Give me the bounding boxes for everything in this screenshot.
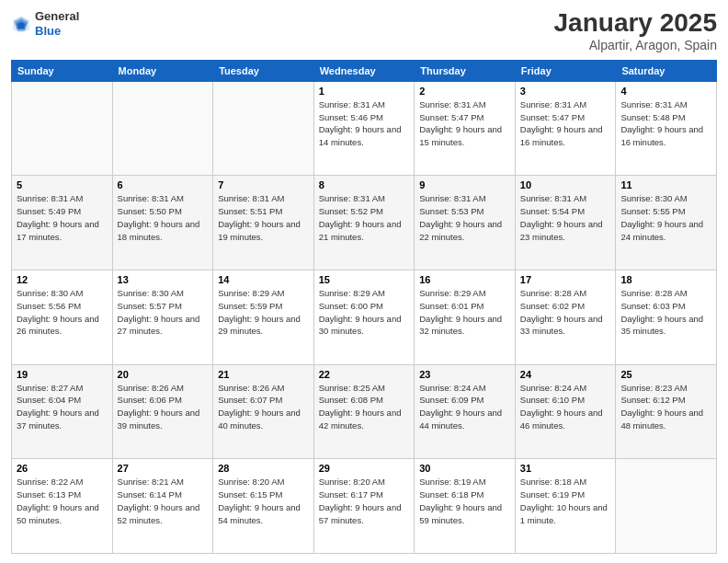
- day-detail: Sunrise: 8:31 AMSunset: 5:51 PMDaylight:…: [218, 192, 309, 243]
- location: Alpartir, Aragon, Spain: [554, 38, 717, 52]
- calendar-cell: 31Sunrise: 8:18 AMSunset: 6:19 PMDayligh…: [515, 459, 616, 554]
- calendar-table: Sunday Monday Tuesday Wednesday Thursday…: [11, 60, 717, 554]
- day-detail: Sunrise: 8:31 AMSunset: 5:52 PMDaylight:…: [319, 192, 410, 243]
- calendar-cell: 5Sunrise: 8:31 AMSunset: 5:49 PMDaylight…: [12, 176, 113, 270]
- calendar-week-3: 12Sunrise: 8:30 AMSunset: 5:56 PMDayligh…: [12, 270, 717, 365]
- day-detail: Sunrise: 8:31 AMSunset: 5:53 PMDaylight:…: [419, 192, 510, 243]
- day-number: 21: [218, 369, 309, 380]
- calendar-cell: 24Sunrise: 8:24 AMSunset: 6:10 PMDayligh…: [515, 364, 616, 459]
- day-number: 23: [419, 369, 510, 380]
- day-number: 18: [620, 274, 711, 285]
- day-detail: Sunrise: 8:21 AMSunset: 6:14 PMDaylight:…: [118, 476, 209, 526]
- day-detail: Sunrise: 8:20 AMSunset: 6:15 PMDaylight:…: [218, 476, 309, 526]
- day-detail: Sunrise: 8:29 AMSunset: 6:01 PMDaylight:…: [419, 287, 510, 338]
- day-detail: Sunrise: 8:28 AMSunset: 6:03 PMDaylight:…: [620, 287, 711, 338]
- calendar-week-1: 1Sunrise: 8:31 AMSunset: 5:46 PMDaylight…: [12, 81, 717, 176]
- calendar-cell: [112, 81, 213, 176]
- calendar-cell: 2Sunrise: 8:31 AMSunset: 5:47 PMDaylight…: [415, 81, 516, 176]
- calendar-header-row: Sunday Monday Tuesday Wednesday Thursday…: [12, 60, 717, 81]
- calendar-cell: 23Sunrise: 8:24 AMSunset: 6:09 PMDayligh…: [415, 364, 516, 459]
- day-detail: Sunrise: 8:30 AMSunset: 5:55 PMDaylight:…: [620, 192, 711, 243]
- day-detail: Sunrise: 8:20 AMSunset: 6:17 PMDaylight:…: [319, 476, 410, 526]
- day-detail: Sunrise: 8:24 AMSunset: 6:09 PMDaylight:…: [419, 382, 510, 432]
- logo-general: General: [35, 9, 79, 24]
- header: General Blue January 2025 Alpartir, Arag…: [11, 9, 717, 52]
- logo-blue: Blue: [35, 24, 79, 39]
- calendar-cell: [213, 81, 314, 176]
- day-number: 31: [520, 463, 611, 474]
- calendar-cell: 27Sunrise: 8:21 AMSunset: 6:14 PMDayligh…: [112, 459, 213, 554]
- calendar-cell: 16Sunrise: 8:29 AMSunset: 6:01 PMDayligh…: [415, 270, 516, 365]
- day-number: 1: [319, 86, 410, 97]
- calendar-week-5: 26Sunrise: 8:22 AMSunset: 6:13 PMDayligh…: [12, 459, 717, 554]
- col-thursday: Thursday: [415, 60, 516, 81]
- calendar-cell: 3Sunrise: 8:31 AMSunset: 5:47 PMDaylight…: [515, 81, 616, 176]
- col-tuesday: Tuesday: [213, 60, 314, 81]
- day-detail: Sunrise: 8:31 AMSunset: 5:49 PMDaylight:…: [17, 192, 108, 243]
- calendar-cell: 17Sunrise: 8:28 AMSunset: 6:02 PMDayligh…: [515, 270, 616, 365]
- day-number: 20: [118, 369, 209, 380]
- col-sunday: Sunday: [12, 60, 113, 81]
- day-detail: Sunrise: 8:29 AMSunset: 6:00 PMDaylight:…: [319, 287, 410, 338]
- calendar-cell: [12, 81, 113, 176]
- calendar-cell: 8Sunrise: 8:31 AMSunset: 5:52 PMDaylight…: [313, 176, 415, 270]
- col-saturday: Saturday: [616, 60, 717, 81]
- calendar-cell: 22Sunrise: 8:25 AMSunset: 6:08 PMDayligh…: [313, 364, 415, 459]
- day-number: 9: [419, 179, 510, 190]
- logo-icon: [11, 14, 31, 34]
- day-number: 10: [520, 179, 611, 190]
- calendar-cell: 9Sunrise: 8:31 AMSunset: 5:53 PMDaylight…: [415, 176, 516, 270]
- logo: General Blue: [11, 9, 79, 38]
- day-number: 27: [118, 463, 209, 474]
- col-friday: Friday: [515, 60, 616, 81]
- day-detail: Sunrise: 8:25 AMSunset: 6:08 PMDaylight:…: [319, 382, 410, 432]
- day-detail: Sunrise: 8:30 AMSunset: 5:57 PMDaylight:…: [118, 287, 209, 338]
- col-monday: Monday: [112, 60, 213, 81]
- day-detail: Sunrise: 8:26 AMSunset: 6:07 PMDaylight:…: [218, 382, 309, 432]
- day-number: 16: [419, 274, 510, 285]
- day-detail: Sunrise: 8:19 AMSunset: 6:18 PMDaylight:…: [419, 476, 510, 526]
- day-number: 30: [419, 463, 510, 474]
- day-detail: Sunrise: 8:31 AMSunset: 5:47 PMDaylight:…: [419, 98, 510, 149]
- calendar-cell: 12Sunrise: 8:30 AMSunset: 5:56 PMDayligh…: [12, 270, 113, 365]
- calendar-cell: 6Sunrise: 8:31 AMSunset: 5:50 PMDaylight…: [112, 176, 213, 270]
- calendar-cell: 25Sunrise: 8:23 AMSunset: 6:12 PMDayligh…: [616, 364, 717, 459]
- calendar-cell: 21Sunrise: 8:26 AMSunset: 6:07 PMDayligh…: [213, 364, 314, 459]
- day-detail: Sunrise: 8:31 AMSunset: 5:46 PMDaylight:…: [319, 98, 410, 149]
- day-number: 11: [620, 179, 711, 190]
- calendar-cell: 28Sunrise: 8:20 AMSunset: 6:15 PMDayligh…: [213, 459, 314, 554]
- calendar-cell: 11Sunrise: 8:30 AMSunset: 5:55 PMDayligh…: [616, 176, 717, 270]
- day-number: 12: [17, 274, 108, 285]
- day-number: 8: [319, 179, 410, 190]
- col-wednesday: Wednesday: [313, 60, 415, 81]
- day-detail: Sunrise: 8:18 AMSunset: 6:19 PMDaylight:…: [520, 476, 611, 526]
- calendar-cell: 29Sunrise: 8:20 AMSunset: 6:17 PMDayligh…: [313, 459, 415, 554]
- day-number: 26: [17, 463, 108, 474]
- day-number: 14: [218, 274, 309, 285]
- day-number: 2: [419, 86, 510, 97]
- day-detail: Sunrise: 8:27 AMSunset: 6:04 PMDaylight:…: [17, 382, 108, 432]
- day-number: 17: [520, 274, 611, 285]
- day-number: 25: [620, 369, 711, 380]
- day-detail: Sunrise: 8:31 AMSunset: 5:48 PMDaylight:…: [620, 98, 711, 149]
- day-number: 22: [319, 369, 410, 380]
- calendar-week-2: 5Sunrise: 8:31 AMSunset: 5:49 PMDaylight…: [12, 176, 717, 270]
- calendar-cell: 26Sunrise: 8:22 AMSunset: 6:13 PMDayligh…: [12, 459, 113, 554]
- calendar-cell: 20Sunrise: 8:26 AMSunset: 6:06 PMDayligh…: [112, 364, 213, 459]
- calendar-cell: 15Sunrise: 8:29 AMSunset: 6:00 PMDayligh…: [313, 270, 415, 365]
- day-number: 4: [620, 86, 711, 97]
- calendar-cell: 19Sunrise: 8:27 AMSunset: 6:04 PMDayligh…: [12, 364, 113, 459]
- calendar-cell: 14Sunrise: 8:29 AMSunset: 5:59 PMDayligh…: [213, 270, 314, 365]
- page: General Blue January 2025 Alpartir, Arag…: [0, 0, 728, 563]
- day-number: 15: [319, 274, 410, 285]
- day-number: 5: [17, 179, 108, 190]
- day-detail: Sunrise: 8:29 AMSunset: 5:59 PMDaylight:…: [218, 287, 309, 338]
- month-title: January 2025: [554, 9, 717, 38]
- day-number: 29: [319, 463, 410, 474]
- calendar-cell: [616, 459, 717, 554]
- calendar-cell: 4Sunrise: 8:31 AMSunset: 5:48 PMDaylight…: [616, 81, 717, 176]
- calendar-cell: 18Sunrise: 8:28 AMSunset: 6:03 PMDayligh…: [616, 270, 717, 365]
- day-number: 19: [17, 369, 108, 380]
- day-detail: Sunrise: 8:28 AMSunset: 6:02 PMDaylight:…: [520, 287, 611, 338]
- day-detail: Sunrise: 8:31 AMSunset: 5:47 PMDaylight:…: [520, 98, 611, 149]
